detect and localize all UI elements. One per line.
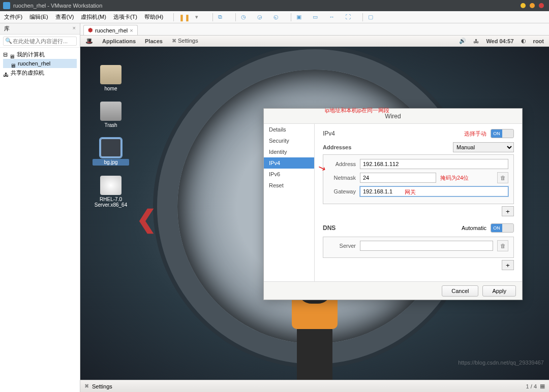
- toggle-on-label: ON: [491, 129, 502, 138]
- sidebar-close-icon[interactable]: ×: [73, 25, 76, 32]
- apply-button[interactable]: Apply: [482, 285, 516, 297]
- addresses-header: Addresses Manual: [323, 142, 514, 152]
- library-sidebar: 库 × 🔍 ⊟ 🖥 我的计算机 🖥 ruochen_rhel 🖧 共享的虚拟机: [0, 23, 80, 392]
- server-input[interactable]: [360, 241, 493, 251]
- tree-item-vm[interactable]: 🖥 ruochen_rhel: [3, 59, 77, 68]
- tab-vm[interactable]: ⬢ ruochen_rhel ×: [83, 25, 138, 35]
- tab-bar: ⬢ ruochen_rhel ×: [80, 23, 549, 36]
- icon-label: RHEL-7.0 Server.x86_64: [93, 197, 129, 208]
- clock-mgr-icon[interactable]: ◵: [273, 14, 281, 21]
- icon-label: home: [93, 86, 129, 91]
- desktop-icon-home[interactable]: home: [93, 65, 129, 91]
- pager[interactable]: 1 / 4 ▦: [526, 383, 545, 389]
- annotation-mode: 选择手动: [464, 130, 486, 138]
- vm-icon: 🖥: [10, 61, 16, 66]
- gateway-row: Gateway 网关: [328, 186, 508, 197]
- add-address-button[interactable]: +: [502, 206, 514, 216]
- unity-icon[interactable]: ▭: [313, 14, 320, 21]
- clock-rev-icon[interactable]: ◶: [257, 14, 264, 21]
- maximize-icon[interactable]: [530, 3, 535, 8]
- icon-label: bg.jpg: [93, 159, 129, 166]
- minimize-icon[interactable]: [521, 3, 526, 8]
- volume-icon[interactable]: 🔊: [459, 38, 466, 44]
- tab-vm-icon: ⬢: [88, 27, 93, 34]
- window-icon[interactable]: ▢: [368, 14, 375, 21]
- computer-icon: 🖥: [9, 52, 15, 57]
- ipv4-header: IPv4 选择手动 ON: [323, 129, 514, 138]
- folder-icon: [100, 65, 121, 84]
- delete-server-button[interactable]: 🗑: [497, 240, 508, 251]
- address-input[interactable]: [360, 159, 508, 169]
- ipv4-heading: IPv4: [323, 130, 335, 137]
- netmask-label: Netmask: [328, 175, 356, 181]
- server-row: Server 🗑: [328, 240, 508, 251]
- desktop-icon-dvd[interactable]: RHEL-7.0 Server.x86_64: [93, 176, 129, 208]
- sidebar-title: 库: [4, 25, 10, 32]
- toggle-on-label: ON: [491, 224, 502, 232]
- gateway-label: Gateway: [328, 188, 356, 194]
- dialog-footer: Cancel Apply: [264, 281, 522, 300]
- a11y-icon[interactable]: ◐: [521, 38, 526, 44]
- close-icon[interactable]: [539, 3, 544, 8]
- redhat-icon: 🎩: [85, 38, 93, 45]
- nav-ipv6[interactable]: IPv6: [264, 169, 314, 180]
- tree-root-label: 我的计算机: [17, 50, 45, 59]
- dns-toggle[interactable]: ON: [491, 223, 514, 233]
- wallpaper-arrow-left: ❮: [136, 205, 157, 233]
- tree-shared[interactable]: 🖧 共享的虚拟机: [3, 68, 77, 77]
- tree-root[interactable]: ⊟ 🖥 我的计算机: [3, 50, 77, 59]
- pause-icon[interactable]: ❚❚: [179, 14, 186, 21]
- nav-security[interactable]: Security: [264, 135, 314, 146]
- desktop-icon-bg[interactable]: bg.jpg: [93, 138, 129, 166]
- ipv4-toggle[interactable]: ON: [491, 129, 514, 138]
- menu-applications[interactable]: Applications: [102, 38, 136, 44]
- menu-vm[interactable]: 虚拟机(M): [81, 13, 106, 21]
- wrench-icon: ✖: [172, 38, 176, 44]
- fit-guest-icon[interactable]: ▣: [296, 14, 303, 21]
- desktop-icons: home Trash bg.jpg RHEL-7.0 Server.x86_64: [93, 65, 129, 218]
- expand-icon[interactable]: ⊟: [3, 50, 8, 59]
- snapshot-icon[interactable]: ⧉: [218, 14, 225, 21]
- network-icon[interactable]: 🖧: [473, 38, 479, 44]
- window-controls: [521, 3, 544, 8]
- separator: [235, 13, 236, 21]
- menu-places[interactable]: Places: [145, 38, 163, 44]
- taskbar-settings[interactable]: Settings: [92, 383, 112, 389]
- cancel-button[interactable]: Cancel: [442, 285, 478, 297]
- menu-edit[interactable]: 编辑(E): [29, 13, 48, 21]
- nav-ipv4[interactable]: IPv4: [264, 157, 314, 169]
- delete-address-button[interactable]: 🗑: [497, 172, 508, 183]
- netmask-input[interactable]: [360, 173, 436, 183]
- gateway-input[interactable]: [360, 186, 508, 197]
- toggle-handle: [502, 129, 513, 138]
- nav-identity[interactable]: Identity: [264, 146, 314, 157]
- search-input[interactable]: [3, 37, 77, 46]
- settings-indicator[interactable]: ✖ Settings: [172, 38, 198, 44]
- watermark: https://blog.csdn.net/qq_29339467: [458, 360, 544, 366]
- settings-label: Settings: [178, 38, 198, 44]
- nav-details[interactable]: Details: [264, 124, 314, 135]
- gear-icon[interactable]: ✖: [84, 383, 89, 389]
- menubar: 文件(F) 编辑(E) 查看(V) 虚拟机(M) 选项卡(T) 帮助(H) ❚❚…: [0, 11, 549, 23]
- tree-vm-label: ruochen_rhel: [18, 59, 50, 68]
- addresses-mode-select[interactable]: Manual: [453, 142, 514, 152]
- nav-reset[interactable]: Reset: [264, 180, 314, 191]
- menu-file[interactable]: 文件(F): [4, 13, 22, 21]
- menu-help[interactable]: 帮助(H): [144, 13, 163, 21]
- desktop-icon-trash[interactable]: Trash: [93, 102, 129, 128]
- guest-display[interactable]: 🎩 Applications Places ✖ Settings 🔊 🖧 Wed…: [80, 36, 549, 392]
- sidebar-search: 🔍: [0, 35, 80, 48]
- user-menu[interactable]: root: [533, 38, 544, 44]
- server-label: Server: [328, 243, 356, 249]
- clock[interactable]: Wed 04:57: [486, 38, 513, 44]
- fullscreen-icon[interactable]: ⛶: [345, 14, 352, 21]
- dns-heading: DNS: [323, 224, 336, 232]
- menu-view[interactable]: 查看(V): [55, 13, 74, 21]
- tab-close-icon[interactable]: ×: [130, 27, 133, 34]
- dialog-body: Details Security Identity IPv4 IPv6 Rese…: [264, 124, 522, 281]
- add-server-button[interactable]: +: [502, 260, 514, 270]
- menu-tabs[interactable]: 选项卡(T): [113, 13, 137, 21]
- clock-icon[interactable]: ◷: [241, 14, 248, 21]
- dropdown-icon[interactable]: ▾: [195, 14, 202, 21]
- stretch-icon[interactable]: ↔: [329, 14, 336, 21]
